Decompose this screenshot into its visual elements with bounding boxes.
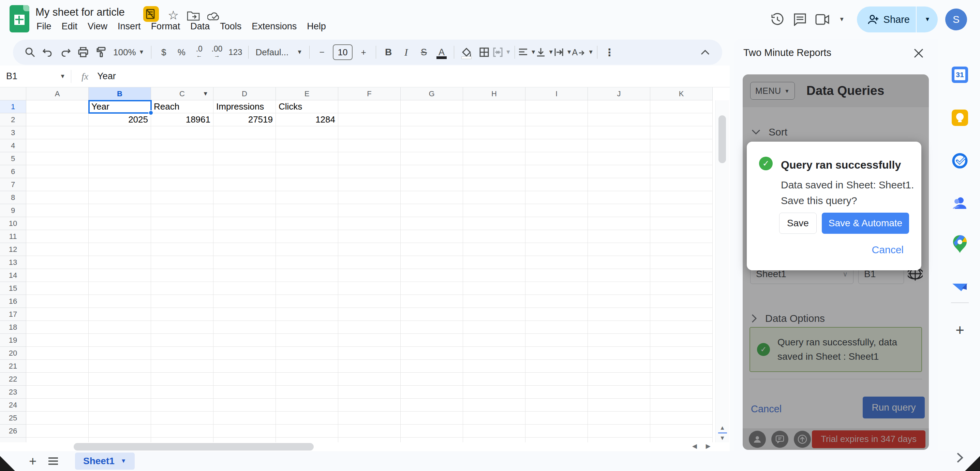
cell-K22[interactable] [650, 373, 713, 386]
cell-G5[interactable] [401, 152, 463, 165]
cell-I24[interactable] [525, 399, 588, 412]
cell-G18[interactable] [401, 321, 463, 334]
cell-E12[interactable] [276, 243, 338, 256]
row-header-21[interactable]: 21 [0, 360, 26, 373]
cell-H2[interactable] [463, 113, 525, 126]
cell-I15[interactable] [525, 282, 588, 295]
row-header-4[interactable]: 4 [0, 139, 26, 152]
cell-E1[interactable]: Clicks [276, 101, 338, 113]
cell-D26[interactable] [213, 425, 276, 437]
cell-B23[interactable] [89, 386, 151, 399]
cell-C22[interactable] [151, 373, 213, 386]
meet-video-icon[interactable] [811, 8, 834, 31]
cell-I1[interactable] [525, 101, 588, 113]
cell-F19[interactable] [338, 334, 401, 347]
menu-data[interactable]: Data [185, 19, 215, 34]
cell-H17[interactable] [463, 308, 525, 321]
cell-H26[interactable] [463, 425, 525, 437]
cell-H21[interactable] [463, 360, 525, 373]
cell-J26[interactable] [588, 425, 650, 437]
version-history-icon[interactable] [766, 8, 789, 31]
cell-K11[interactable] [650, 230, 713, 243]
cell-J1[interactable] [588, 101, 650, 113]
cell-A6[interactable] [26, 165, 89, 178]
cell-I14[interactable] [525, 269, 588, 282]
cell-D4[interactable] [213, 139, 276, 152]
horizontal-align-icon[interactable]: ▼ [518, 43, 536, 61]
cell-E19[interactable] [276, 334, 338, 347]
bold-button[interactable]: B [380, 43, 397, 61]
cell-A3[interactable] [26, 126, 89, 139]
cell-G22[interactable] [401, 373, 463, 386]
cell-C10[interactable] [151, 217, 213, 230]
cell-E16[interactable] [276, 295, 338, 308]
cell-H8[interactable] [463, 191, 525, 204]
cell-A13[interactable] [26, 256, 89, 269]
cell-E5[interactable] [276, 152, 338, 165]
save-automate-button[interactable]: Save & Automate [822, 212, 909, 234]
column-header-K[interactable]: K [650, 87, 713, 101]
cell-H15[interactable] [463, 282, 525, 295]
cell-B5[interactable] [89, 152, 151, 165]
cell-K4[interactable] [650, 139, 713, 152]
cell-C14[interactable] [151, 269, 213, 282]
row-header-22[interactable]: 22 [0, 373, 26, 386]
cell-K21[interactable] [650, 360, 713, 373]
row-header-12[interactable]: 12 [0, 243, 26, 256]
row-header-3[interactable]: 3 [0, 126, 26, 139]
sheet-tab-active[interactable]: Sheet1▼ [75, 453, 135, 469]
sheets-logo-icon[interactable] [10, 5, 29, 32]
selected-cell-ring[interactable] [88, 100, 152, 113]
cell-D11[interactable] [213, 230, 276, 243]
cell-F10[interactable] [338, 217, 401, 230]
cell-A4[interactable] [26, 139, 89, 152]
cell-K19[interactable] [650, 334, 713, 347]
cell-G9[interactable] [401, 204, 463, 217]
cell-J2[interactable] [588, 113, 650, 126]
cell-A5[interactable] [26, 152, 89, 165]
share-dropdown-icon[interactable]: ▼ [916, 16, 935, 23]
cell-J21[interactable] [588, 360, 650, 373]
cell-K24[interactable] [650, 399, 713, 412]
cell-F13[interactable] [338, 256, 401, 269]
cell-G19[interactable] [401, 334, 463, 347]
cell-F6[interactable] [338, 165, 401, 178]
row-header-19[interactable]: 19 [0, 334, 26, 347]
cell-H9[interactable] [463, 204, 525, 217]
tasks-icon[interactable] [949, 150, 971, 172]
increase-font-size-button[interactable]: + [355, 43, 372, 61]
cell-G4[interactable] [401, 139, 463, 152]
cell-D18[interactable] [213, 321, 276, 334]
column-header-H[interactable]: H [463, 87, 525, 101]
cell-G3[interactable] [401, 126, 463, 139]
cell-H20[interactable] [463, 347, 525, 360]
cell-H4[interactable] [463, 139, 525, 152]
cell-E6[interactable] [276, 165, 338, 178]
cell-G7[interactable] [401, 178, 463, 191]
cell-A1[interactable] [26, 101, 89, 113]
cell-H11[interactable] [463, 230, 525, 243]
horizontal-scroll-thumb[interactable] [74, 443, 314, 450]
cell-K6[interactable] [650, 165, 713, 178]
cell-A12[interactable] [26, 243, 89, 256]
cell-H19[interactable] [463, 334, 525, 347]
cell-K25[interactable] [650, 412, 713, 425]
cell-I25[interactable] [525, 412, 588, 425]
cell-C23[interactable] [151, 386, 213, 399]
cell-H24[interactable] [463, 399, 525, 412]
cell-H16[interactable] [463, 295, 525, 308]
cell-B20[interactable] [89, 347, 151, 360]
cell-A19[interactable] [26, 334, 89, 347]
cell-E23[interactable] [276, 386, 338, 399]
menu-extensions[interactable]: Extensions [247, 19, 302, 34]
cell-E17[interactable] [276, 308, 338, 321]
cell-A22[interactable] [26, 373, 89, 386]
dialog-cancel-link[interactable]: Cancel [872, 244, 904, 255]
cell-B6[interactable] [89, 165, 151, 178]
menu-format[interactable]: Format [146, 19, 186, 34]
cell-E7[interactable] [276, 178, 338, 191]
row-header-18[interactable]: 18 [0, 321, 26, 334]
cell-D7[interactable] [213, 178, 276, 191]
paint-format-icon[interactable] [92, 43, 110, 61]
column-header-C[interactable]: C▼ [151, 87, 213, 101]
